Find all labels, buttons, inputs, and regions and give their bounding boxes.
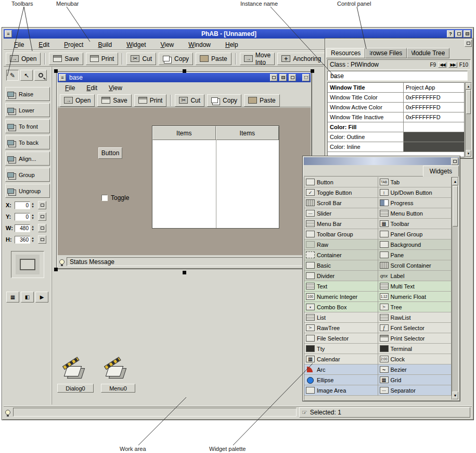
palette-item-label[interactable]: qnxLabel — [378, 271, 452, 281]
resize-handle-top-right[interactable] — [311, 69, 314, 73]
palette-item-arc[interactable]: Arc — [304, 364, 378, 375]
palette-item-tty[interactable]: Tty — [304, 344, 378, 354]
tab-widgets[interactable]: Widgets — [423, 166, 459, 177]
help-button[interactable]: ? — [447, 30, 454, 37]
palette-item-raw[interactable]: Raw — [304, 240, 378, 250]
palette-item-menu-bar[interactable]: Menu Bar — [304, 219, 378, 229]
print-button[interactable]: Print — [86, 53, 119, 65]
palette-item-text[interactable]: Text — [304, 281, 378, 292]
design-menu-edit[interactable]: Edit — [86, 84, 97, 92]
resource-value[interactable]: 0xFFFFFFFD — [404, 103, 464, 112]
copy-button[interactable]: Copy — [207, 94, 241, 107]
palette-item-file-selector[interactable]: File Selector — [304, 333, 378, 344]
canvas-button-widget[interactable]: Button — [98, 147, 122, 159]
palette-item-rawtree[interactable]: RawTree — [304, 323, 378, 333]
scrollbar-thumb[interactable] — [466, 90, 471, 114]
window-menu-icon[interactable]: ≡ — [5, 30, 12, 37]
palette-item-clock[interactable]: 2:00Clock — [378, 354, 452, 364]
palette-item-calendar[interactable]: Calendar — [304, 354, 378, 364]
palette-item-font-selector[interactable]: Font Selector — [378, 323, 452, 333]
menu-build[interactable]: Build — [98, 41, 112, 48]
y-stepper[interactable]: ▲▼ — [31, 213, 36, 220]
resource-row[interactable]: Window TitleProject App — [328, 83, 464, 93]
save-button[interactable]: Save — [49, 53, 83, 65]
play-panel-button[interactable]: ▶ — [35, 292, 48, 303]
group-button[interactable]: Group — [5, 168, 50, 182]
scroll-down-icon[interactable]: ▼ — [452, 392, 458, 399]
x-lock-button[interactable] — [38, 201, 46, 209]
panel-collapse-button[interactable] — [465, 40, 472, 47]
y-lock-button[interactable] — [38, 212, 46, 221]
resource-row[interactable]: Color: Fill — [328, 122, 464, 132]
resize-handle-top-center[interactable] — [183, 69, 186, 73]
palette-item-separator[interactable]: Separator — [378, 385, 452, 396]
h-stepper[interactable]: ▲▼ — [31, 236, 36, 243]
design-title-bar[interactable]: ≡ base — [58, 73, 311, 82]
palette-item-tree[interactable]: Tree — [378, 302, 452, 312]
design-close-button[interactable] — [302, 74, 310, 81]
resize-handle-top-left[interactable] — [54, 69, 58, 73]
palette-title-bar[interactable] — [304, 157, 459, 165]
menu0-label[interactable]: Menu0 — [101, 384, 135, 393]
resource-row[interactable]: Color: Outline — [328, 132, 464, 142]
canvas-toggle-widget[interactable]: Toggle — [101, 194, 129, 202]
move-into-button[interactable]: Move Into — [240, 53, 275, 65]
instance-name-input[interactable]: base — [327, 71, 468, 81]
resource-row[interactable]: Color: Inline — [328, 142, 464, 152]
menu-project[interactable]: Project — [64, 41, 83, 48]
dialog0-module-icon[interactable] — [60, 359, 87, 383]
palette-item-bezier[interactable]: Bezier — [378, 364, 452, 375]
menu0-module-icon[interactable] — [102, 359, 129, 383]
design-window[interactable]: ≡ base File Edit View Open Save Print Cu… — [56, 71, 312, 269]
menu-view[interactable]: View — [160, 41, 174, 48]
resources-scrollbar[interactable]: ▲ ▼ — [465, 82, 472, 157]
palette-item-rawlist[interactable]: RawList — [378, 312, 452, 323]
to-front-button[interactable]: To front — [5, 119, 50, 133]
ungroup-button[interactable]: Ungroup — [5, 184, 50, 198]
palette-item-scroll-container[interactable]: Scroll Container — [378, 260, 452, 271]
tab-module-tree[interactable]: Module Tree — [407, 48, 449, 58]
list-header[interactable]: Items — [216, 126, 279, 140]
save-button[interactable]: Save — [97, 94, 131, 107]
resource-color-swatch[interactable] — [404, 142, 464, 152]
cut-button[interactable]: Cut — [126, 53, 156, 65]
palette-item-image-area[interactable]: Image Area — [304, 385, 378, 396]
palette-item-container[interactable]: Container — [304, 250, 378, 260]
menu-window[interactable]: Window — [188, 41, 211, 48]
maximize-button[interactable] — [464, 30, 471, 37]
palette-item-ellipse[interactable]: Ellipse — [304, 375, 378, 385]
menu-file[interactable]: File — [14, 41, 24, 48]
palette-item-print-selector[interactable]: Print Selector — [378, 333, 452, 344]
tab-resources[interactable]: Resources — [326, 48, 365, 58]
palette-item-toggle-button[interactable]: Toggle Button — [304, 187, 378, 198]
palette-item-list[interactable]: List — [304, 312, 378, 323]
list-body[interactable] — [152, 140, 279, 228]
w-stepper[interactable]: ▲▼ — [31, 225, 36, 231]
resource-value[interactable]: 0xFFFFFFFD — [404, 112, 464, 122]
palette-item-toolbar[interactable]: Toolbar — [378, 219, 452, 229]
pointer-tool-button[interactable]: ↖ — [20, 70, 33, 81]
raise-button[interactable]: Raise — [5, 87, 50, 101]
design-menu-file[interactable]: File — [65, 84, 75, 92]
copy-button[interactable]: Copy — [159, 53, 193, 65]
lightbulb-icon[interactable] — [59, 259, 65, 265]
palette-item-toolbar-group[interactable]: Toolbar Group — [304, 229, 378, 240]
to-back-button[interactable]: To back — [5, 135, 50, 149]
x-input[interactable]: 0 — [15, 202, 30, 209]
menu-edit[interactable]: Edit — [38, 41, 49, 48]
tab-browse-files[interactable]: Browse Files — [365, 48, 407, 58]
resource-row[interactable]: Window Title Inactive0xFFFFFFFD — [328, 112, 464, 122]
print-button[interactable]: Print — [134, 94, 167, 107]
resource-value[interactable] — [404, 122, 464, 132]
palette-item-numeric-float[interactable]: 1.12Numeric Float — [378, 292, 452, 302]
design-window-menu-icon[interactable]: ≡ — [59, 74, 66, 81]
menu-widget[interactable]: Widget — [126, 41, 146, 48]
scrollbar-thumb[interactable] — [453, 186, 458, 227]
palette-item-tab[interactable]: TABTab — [378, 177, 452, 187]
paste-button[interactable]: Paste — [244, 94, 280, 107]
palette-item-basic[interactable]: Basic — [304, 260, 378, 271]
palette-item-grid[interactable]: Grid — [378, 375, 452, 385]
anchoring-button[interactable]: Anchoring — [277, 53, 325, 65]
palette-item-updown-button[interactable]: Up/Down Button — [378, 187, 452, 198]
grid-panel-button[interactable]: ▦ — [6, 292, 19, 303]
